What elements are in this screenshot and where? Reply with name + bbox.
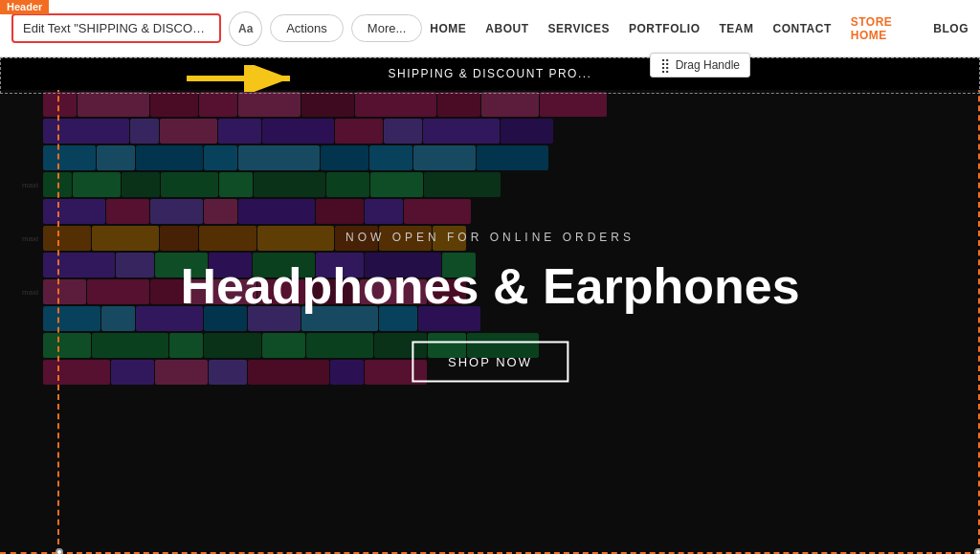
drag-handle-icon: ⣿ — [660, 57, 670, 73]
aa-icon: Aa — [238, 22, 253, 35]
actions-button[interactable]: Actions — [270, 14, 344, 42]
nav-item-home[interactable]: HOME — [430, 22, 466, 35]
announcement-bar: SHIPPING & DISCOUNT PRO... — [0, 57, 980, 90]
nav-item-about[interactable]: ABOUT — [485, 22, 528, 35]
nav-item-contact[interactable]: CONTACT — [772, 22, 831, 35]
announcement-text: SHIPPING & DISCOUNT PRO... — [389, 67, 592, 80]
nav-item-team[interactable]: TEAM — [719, 22, 753, 35]
more-button[interactable]: More... — [351, 14, 422, 42]
nav-item-portfolio[interactable]: PORTFOLIO — [629, 22, 701, 35]
header-bar: Header Edit Text "SHIPPING & DISCOU..." … — [0, 0, 980, 57]
top-nav: HOMEABOUTSERVICESPORTFOLIOTEAMCONTACTSTO… — [430, 15, 969, 42]
hero-content: NOW OPEN FOR ONLINE ORDERS Headphones & … — [180, 230, 799, 382]
arrow-annotation — [187, 65, 301, 92]
nav-item-blog[interactable]: BLOG — [933, 22, 969, 35]
corner-dot-bl — [56, 548, 63, 554]
nav-item-store-home[interactable]: STORE HOME — [851, 15, 915, 42]
corner-dot-br — [974, 548, 980, 554]
hero-section: maxi maxi — [0, 57, 980, 554]
arrow-svg — [187, 65, 301, 92]
text-format-icon-btn[interactable]: Aa — [229, 11, 262, 46]
hero-title: Headphones & Earphones — [180, 256, 799, 314]
drag-handle-label: Drag Handle — [676, 58, 740, 72]
hero-subtitle: NOW OPEN FOR ONLINE ORDERS — [180, 230, 799, 243]
header-label: Header — [0, 0, 49, 14]
shop-now-button[interactable]: SHOP NOW — [412, 341, 568, 382]
edit-text-input[interactable]: Edit Text "SHIPPING & DISCOU..." — [11, 13, 221, 43]
nav-item-services[interactable]: SERVICES — [548, 22, 610, 35]
drag-handle-tooltip: ⣿ Drag Handle — [650, 53, 750, 78]
